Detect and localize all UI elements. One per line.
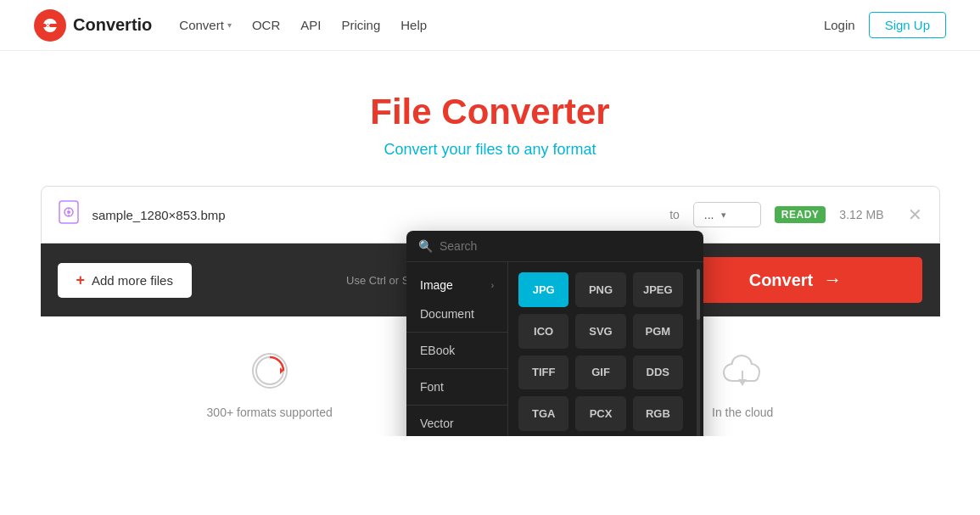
- plus-icon: +: [76, 271, 86, 289]
- format-btn-pcx[interactable]: PCX: [575, 396, 625, 431]
- navbar-left: ✕ Convertio Convert ▾ OCR API Pricing He…: [34, 9, 427, 42]
- format-btn-svg[interactable]: SVG: [575, 314, 625, 349]
- format-btn-dds[interactable]: DDS: [633, 355, 683, 390]
- format-grid: JPG PNG JPEG ICO SVG PGM TIFF GIF DDS TG…: [508, 262, 693, 436]
- formats-icon: [207, 350, 333, 399]
- file-icon: [59, 200, 79, 229]
- arrow-right-icon: →: [823, 269, 842, 291]
- dropdown-search-bar: 🔍: [406, 231, 703, 262]
- logo[interactable]: ✕ Convertio: [34, 9, 152, 42]
- formats-label: 300+ formats supported: [207, 406, 333, 419]
- scrollbar-thumb: [697, 269, 700, 320]
- ready-badge: READY: [775, 206, 826, 223]
- format-btn-gif[interactable]: GIF: [575, 355, 625, 390]
- logo-icon: ✕: [34, 9, 66, 42]
- nav-links: Convert ▾ OCR API Pricing Help: [179, 18, 427, 32]
- category-divider-3: [406, 405, 507, 406]
- category-list: Image › Document EBook Font Vector CAD: [406, 262, 508, 436]
- svg-point-6: [67, 210, 70, 214]
- dropdown-body: Image › Document EBook Font Vector CAD: [406, 262, 703, 436]
- navbar-right: Login Sign Up: [824, 12, 946, 38]
- search-icon: 🔍: [418, 239, 433, 253]
- nav-link-pricing[interactable]: Pricing: [341, 18, 380, 32]
- format-dropdown: 🔍 Image › Document EBook Font Vector: [406, 231, 703, 436]
- login-button[interactable]: Login: [824, 18, 855, 32]
- format-btn-ico[interactable]: ICO: [518, 314, 568, 349]
- file-name: sample_1280×853.bmp: [92, 208, 657, 222]
- chevron-right-icon: ›: [491, 281, 494, 290]
- category-item-document[interactable]: Document: [406, 299, 507, 328]
- category-item-font[interactable]: Font: [406, 372, 507, 401]
- cloud-label: In the cloud: [712, 406, 773, 419]
- scrollbar-track[interactable]: [697, 269, 700, 436]
- bottom-item-cloud: In the cloud: [712, 350, 773, 419]
- format-btn-rgb[interactable]: RGB: [633, 396, 683, 431]
- bottom-item-formats: 300+ formats supported: [207, 350, 333, 419]
- convert-button[interactable]: Convert →: [668, 257, 922, 303]
- hero-section: File Converter Convert your files to any…: [0, 51, 980, 186]
- add-files-button[interactable]: + Add more files: [58, 263, 192, 298]
- format-dots: ...: [704, 208, 714, 221]
- to-label: to: [669, 208, 680, 221]
- nav-link-help[interactable]: Help: [400, 18, 427, 32]
- format-btn-jpeg[interactable]: JPEG: [633, 272, 683, 307]
- search-input[interactable]: [440, 239, 692, 253]
- category-item-ebook[interactable]: EBook: [406, 336, 507, 365]
- nav-link-api[interactable]: API: [300, 18, 321, 32]
- category-divider: [406, 332, 507, 333]
- signup-button[interactable]: Sign Up: [869, 12, 946, 38]
- svg-text:✕: ✕: [44, 21, 51, 31]
- file-size: 3.12 MB: [839, 208, 883, 221]
- format-btn-pgm[interactable]: PGM: [633, 314, 683, 349]
- navbar: ✕ Convertio Convert ▾ OCR API Pricing He…: [0, 0, 980, 51]
- format-btn-tga[interactable]: TGA: [518, 396, 568, 431]
- format-btn-jpg[interactable]: JPG: [518, 272, 568, 307]
- svg-marker-12: [738, 379, 747, 386]
- chevron-down-icon: ▾: [227, 20, 232, 30]
- category-item-image[interactable]: Image ›: [406, 271, 507, 299]
- cloud-icon: [712, 350, 773, 399]
- format-btn-tiff[interactable]: TIFF: [518, 355, 568, 390]
- logo-text: Convertio: [73, 15, 152, 35]
- format-btn-png[interactable]: PNG: [575, 272, 625, 307]
- chevron-down-icon: ▾: [721, 210, 726, 221]
- nav-link-convert[interactable]: Convert ▾: [179, 18, 232, 32]
- category-item-vector[interactable]: Vector: [406, 409, 507, 436]
- category-divider-2: [406, 368, 507, 369]
- hero-subtitle: Convert your files to any format: [17, 141, 963, 159]
- hero-title: File Converter: [17, 92, 963, 132]
- format-selector[interactable]: ... ▾: [693, 202, 761, 227]
- close-button[interactable]: ✕: [908, 204, 922, 225]
- nav-link-ocr[interactable]: OCR: [252, 18, 280, 32]
